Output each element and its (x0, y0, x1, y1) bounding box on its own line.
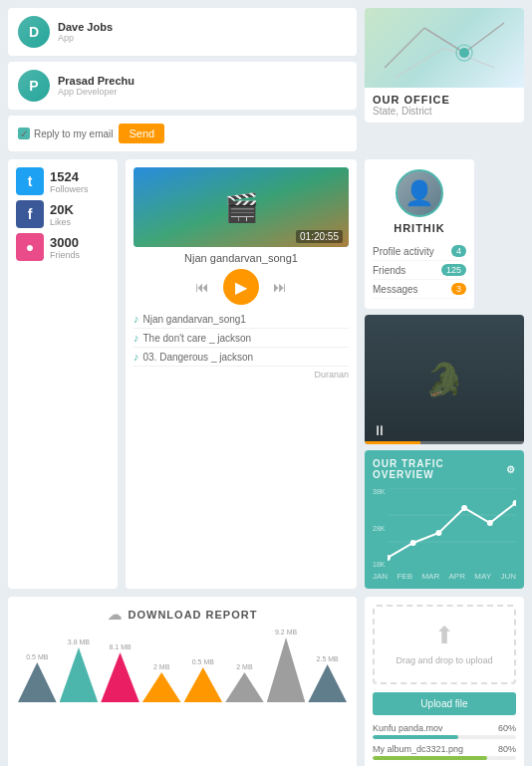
bar-chart: 0.5 MB 3.8 MB 8.1 MB 2 MB (18, 633, 347, 702)
traffic-y-labels: 38K 28K 18K (373, 488, 385, 568)
twitter-icon: t (16, 167, 44, 195)
row-1: D Dave Jobs App P Prasad Prechu App Deve… (8, 8, 524, 151)
svg-point-12 (436, 530, 442, 536)
user-sub-1: App (58, 33, 347, 43)
profile-stats: Profile activity 4 Friends 125 Messages … (373, 242, 466, 299)
download-header: ☁ DOWNLOAD REPORT (18, 607, 347, 623)
stat-activity: Profile activity 4 (373, 242, 466, 261)
music-controls: ⏮ ▶ ⏭ (133, 269, 349, 305)
drop-text: Drag and drop to upload (385, 654, 504, 667)
file-percent-2: 80% (498, 744, 516, 754)
mountain-8 (308, 664, 347, 702)
music-player: 🎬 01:20:55 Njan gandarvan_song1 ⏮ ▶ ⏭ ♪ … (126, 159, 357, 589)
profile-row: 👤 HRITHIK Profile activity 4 Friends 125 (365, 159, 524, 309)
upload-card: ⬆ Drag and drop to upload Upload file Ku… (365, 597, 524, 766)
avatar-1: D (18, 16, 50, 48)
traffic-chart-svg (388, 488, 516, 568)
office-card: OUR OFFICE State, District (365, 8, 524, 151)
mountain-4 (142, 672, 181, 702)
music-duration: 01:20:55 (296, 230, 343, 243)
playlist-item-2[interactable]: ♪ The don't care _ jackson (133, 329, 349, 348)
main-container: D Dave Jobs App P Prasad Prechu App Deve… (0, 0, 532, 766)
user-name-1: Dave Jobs (58, 21, 347, 33)
office-info: OUR OFFICE State, District (365, 88, 524, 123)
user-info-1: Dave Jobs App (58, 21, 347, 43)
file-name-1: Kunfu panda.mov (373, 723, 443, 733)
file-item-1: Kunfu panda.mov 60% (373, 723, 516, 739)
playlist-item-3[interactable]: ♪ 03. Dangerous _ jackson (133, 348, 349, 367)
stat-messages: Messages 3 (373, 280, 466, 299)
svg-point-11 (410, 540, 416, 546)
send-button[interactable]: Send (119, 124, 164, 143)
messages-badge: 3 (451, 283, 466, 295)
dribbble-icon: ● (16, 233, 44, 261)
svg-line-3 (395, 48, 444, 78)
svg-line-4 (444, 48, 494, 68)
email-form: ✓ Reply to my email Send (8, 116, 357, 151)
chart-container: 0.5 MB 3.8 MB 8.1 MB 2 MB (18, 633, 347, 702)
checkbox-icon: ✓ (18, 128, 30, 139)
music-location: Duranan (133, 370, 349, 380)
mountain-6 (225, 672, 264, 702)
note-icon-1: ♪ (133, 313, 139, 325)
avatar-face: 👤 (404, 179, 434, 207)
upload-button[interactable]: Upload file (373, 692, 516, 715)
user-card-1: D Dave Jobs App (8, 8, 357, 56)
gear-icon[interactable]: ⚙ (506, 464, 516, 475)
twitter-info: 1524 Followers (50, 169, 89, 194)
svg-line-0 (385, 28, 424, 68)
activity-label: Profile activity (373, 246, 434, 257)
drop-zone[interactable]: ⬆ Drag and drop to upload (373, 605, 516, 684)
media-card: 🐊 ⏸ (365, 315, 524, 444)
reply-checkbox[interactable]: ✓ Reply to my email (18, 128, 113, 139)
traffic-x-labels: JAN FEB MAR APR MAY JUN (373, 572, 516, 581)
file-percent-1: 60% (498, 723, 516, 733)
stat-friends: Friends 125 (373, 261, 466, 280)
download-card: ☁ DOWNLOAD REPORT 0.5 MB 3.8 MB 8.1 MB (8, 597, 357, 766)
cloud-icon: ☁ (108, 607, 123, 623)
mountain-2 (60, 647, 99, 702)
dribbble-count: 3000 (50, 235, 80, 250)
music-thumbnail: 🎬 01:20:55 (133, 167, 349, 247)
messages-label: Messages (373, 284, 418, 295)
office-subtitle: State, District (373, 106, 516, 117)
music-playlist: ♪ Njan gandarvan_song1 ♪ The don't care … (133, 310, 349, 380)
file-item-2: My album_dc3321.png 80% (373, 744, 516, 760)
mountain-1 (18, 662, 57, 702)
facebook-label: Likes (50, 217, 74, 227)
download-title: DOWNLOAD REPORT (129, 609, 258, 621)
upload-icon: ⬆ (385, 622, 504, 649)
profile-avatar: 👤 (396, 169, 443, 217)
user-name-2: Prasad Prechu (58, 75, 347, 87)
traffic-title: OUR TRAFIC OVERVIEW ⚙ (373, 458, 516, 480)
mountain-3 (101, 652, 139, 702)
facebook-count: 20K (50, 202, 74, 217)
progress-fill-1 (373, 735, 458, 739)
bar-4: 2 MB (142, 663, 181, 702)
next-button[interactable]: ⏭ (269, 276, 291, 298)
friends-label: Friends (373, 265, 405, 276)
bar-3: 8.1 MB (101, 643, 139, 702)
row-3: ☁ DOWNLOAD REPORT 0.5 MB 3.8 MB 8.1 MB (8, 597, 524, 766)
svg-point-5 (459, 48, 469, 58)
user-card-2: P Prasad Prechu App Developer (8, 62, 357, 110)
prev-button[interactable]: ⏮ (191, 276, 213, 298)
bar-8: 2.5 MB (308, 655, 347, 702)
facebook-info: 20K Likes (50, 202, 74, 227)
note-icon-2: ♪ (133, 332, 139, 344)
mountain-7 (267, 638, 306, 702)
office-title: OUR OFFICE (373, 94, 516, 106)
play-button[interactable]: ▶ (223, 269, 259, 305)
profile-name: HRITHIK (394, 222, 445, 234)
social-item-dribbble: ● 3000 Friends (16, 233, 110, 261)
media-video: 🐊 ⏸ (365, 315, 524, 444)
video-thumbnail: 🐊 (424, 361, 464, 398)
bar-7: 9.2 MB (267, 629, 306, 702)
playlist-item-1[interactable]: ♪ Njan gandarvan_song1 (133, 310, 349, 329)
svg-point-13 (462, 505, 468, 511)
progress-bar-2 (373, 756, 516, 760)
dribbble-label: Friends (50, 250, 80, 260)
avatar-2: P (18, 70, 50, 102)
twitter-count: 1524 (50, 169, 89, 184)
video-pause[interactable]: ⏸ (373, 422, 387, 438)
